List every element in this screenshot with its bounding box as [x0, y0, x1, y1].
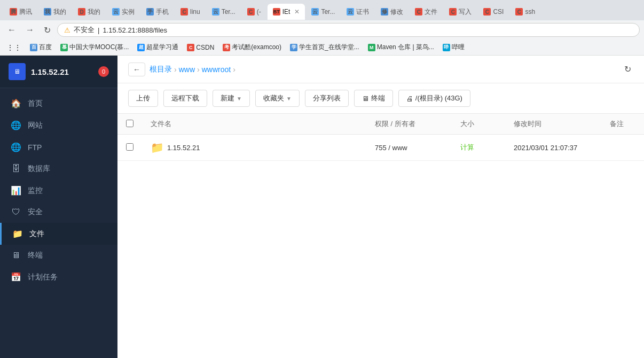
tab-label-16: ssh	[525, 8, 535, 15]
remote-download-button[interactable]: 远程下载	[163, 90, 207, 107]
row-size-cell: 计算	[452, 135, 505, 161]
favorites-button[interactable]: 收藏夹 ▼	[255, 90, 300, 107]
bookmark-mooc[interactable]: 慕 中国大学MOOC(慕...	[58, 42, 131, 53]
bookmark-csdn-label: CSDN	[196, 44, 214, 51]
breadcrumb-root[interactable]: 根目录	[150, 65, 172, 74]
monitor-icon: 📊	[11, 185, 21, 196]
bookmark-mooc-label: 中国大学MOOC(慕...	[69, 43, 129, 52]
website-icon: 🌐	[11, 120, 21, 130]
table-row[interactable]: 📁 1.15.52.21 755 / www 计算 2021/03/01 21:…	[117, 135, 644, 161]
tab-11[interactable]: 云 证书	[341, 4, 374, 20]
sidebar-item-website[interactable]: 🌐 网站	[0, 114, 117, 136]
sidebar-item-home-label: 首页	[28, 99, 43, 108]
row-checkbox[interactable]	[126, 143, 133, 151]
file-table: 文件名 权限 / 所有者 大小 修改时间 备注	[117, 114, 644, 161]
schedule-icon: 📅	[11, 272, 21, 282]
tab-favicon-7: 云	[212, 8, 219, 15]
tab-label-10: Ter...	[321, 8, 335, 15]
terminal-btn-label: 终端	[371, 94, 385, 103]
apps-icon: ⋮⋮	[6, 43, 21, 52]
tab-label-7: Ter...	[222, 8, 235, 15]
bookmark-chaoxing[interactable]: 超 超星学习通	[135, 42, 180, 53]
tab-15[interactable]: C CSI	[478, 4, 509, 20]
table-header-permissions: 权限 / 所有者	[366, 114, 452, 135]
address-bar[interactable]: ⚠ 不安全 | 1.15.52.21:8888/files	[57, 23, 640, 37]
sidebar-item-database-label: 数据库	[28, 164, 50, 174]
toolbar: 上传 远程下载 新建 ▼ 收藏夹 ▼ 分享列表 🖥 终端 🖨 /(根	[117, 83, 644, 114]
bookmark-maven[interactable]: M Maven 仓库 | 菜鸟...	[366, 42, 436, 53]
row-note-cell	[601, 135, 644, 161]
sidebar-item-database[interactable]: 🗄 数据库	[0, 158, 117, 180]
sidebar-item-terminal[interactable]: 🖥 终端	[0, 245, 117, 266]
sidebar-item-home[interactable]: 🏠 首页	[0, 92, 117, 114]
tab-bar: 腾 腾讯 我 我的 D 我的 云 实例 手 手机 C linu 云 Ter...…	[0, 0, 644, 20]
breadcrumb-wwwroot[interactable]: wwwroot	[202, 65, 231, 74]
sidebar-item-monitor[interactable]: 📊 监控	[0, 180, 117, 201]
files-icon: 📁	[12, 229, 23, 239]
select-all-checkbox[interactable]	[126, 120, 133, 127]
refresh-button[interactable]: ↻	[622, 62, 633, 76]
tab-14[interactable]: C 写入	[444, 4, 477, 20]
nav-menu: 🏠 首页 🌐 网站 🌐 FTP 🗄 数据库 📊 监控 🛡 安全	[0, 88, 117, 358]
tab-favicon-4: 云	[112, 8, 120, 15]
favorites-label: 收藏夹	[263, 94, 284, 103]
security-warning-text: 不安全	[74, 25, 95, 35]
tab-7[interactable]: 云 Ter...	[207, 4, 241, 20]
tab-label-1: 腾讯	[19, 7, 32, 17]
tab-3[interactable]: D 我的	[73, 4, 106, 20]
bookmark-apps[interactable]: ⋮⋮	[4, 42, 23, 53]
row-size[interactable]: 计算	[460, 143, 474, 151]
sidebar-item-files[interactable]: 📁 文件	[0, 223, 117, 245]
sidebar-item-security[interactable]: 🛡 安全	[0, 201, 117, 223]
disk-label: /(根目录) (43G)	[415, 94, 462, 103]
terminal-button[interactable]: 🖥 终端	[354, 90, 393, 107]
tab-2[interactable]: 我 我的	[38, 4, 72, 20]
bookmark-csdn[interactable]: C CSDN	[185, 43, 216, 52]
tab-favicon-3: D	[78, 8, 85, 15]
tab-6[interactable]: C linu	[175, 4, 206, 20]
tab-label-4: 实例	[122, 7, 135, 17]
bookmark-baidu[interactable]: 百 百度	[28, 42, 54, 53]
file-name[interactable]: 1.15.52.21	[167, 144, 200, 152]
tab-12[interactable]: 修 修改	[375, 4, 409, 20]
table-header-filename: 文件名	[142, 114, 366, 135]
bookmark-examcoo[interactable]: 考 考试酷(examcoo)	[221, 42, 284, 53]
chevron-down-icon-2: ▼	[286, 96, 292, 102]
breadcrumb-sep-3: ›	[233, 65, 235, 74]
disk-button[interactable]: 🖨 /(根目录) (43G)	[398, 90, 470, 107]
tab-10[interactable]: 云 Ter...	[306, 4, 340, 20]
bookmark-bilibili[interactable]: 哔 哔哩	[441, 42, 467, 53]
back-button[interactable]: ←	[4, 24, 19, 36]
tab-5[interactable]: 手 手机	[141, 4, 174, 20]
sidebar-item-schedule[interactable]: 📅 计划任务	[0, 266, 117, 288]
breadcrumb-sep-1: ›	[174, 65, 177, 74]
content-area: ← 根目录 › www › wwwroot › ↻ 上传 远程下载 新建 ▼	[117, 56, 644, 358]
tab-8[interactable]: C (-	[242, 4, 266, 20]
bookmark-student[interactable]: 学 学生首页_在线学堂...	[288, 42, 362, 53]
forward-button[interactable]: →	[22, 24, 37, 36]
examcoo-icon: 考	[223, 44, 230, 51]
tab-16[interactable]: C ssh	[510, 4, 540, 20]
upload-label: 上传	[136, 94, 150, 103]
close-icon[interactable]: ✕	[294, 8, 300, 15]
upload-button[interactable]: 上传	[128, 90, 158, 107]
reload-button[interactable]: ↻	[41, 24, 54, 36]
tab-active[interactable]: BT IEt ✕	[268, 4, 305, 20]
breadcrumb-back-button[interactable]: ←	[128, 63, 145, 76]
breadcrumb-www[interactable]: www	[179, 65, 195, 74]
tab-4[interactable]: 云 实例	[107, 4, 140, 20]
address-bar-row: ← → ↻ ⚠ 不安全 | 1.15.52.21:8888/files	[0, 20, 644, 40]
tab-favicon-15: C	[483, 8, 491, 15]
tab-13[interactable]: C 文件	[410, 4, 443, 20]
shield-icon: 🛡	[11, 207, 21, 217]
bookmark-baidu-label: 百度	[39, 43, 52, 52]
sidebar-item-ftp[interactable]: 🌐 FTP	[0, 136, 117, 158]
row-permissions: 755 / www	[375, 144, 407, 152]
remote-download-label: 远程下载	[171, 94, 199, 103]
bookmark-bilibili-label: 哔哩	[452, 43, 465, 52]
new-button[interactable]: 新建 ▼	[213, 90, 250, 107]
bookmark-maven-label: Maven 仓库 | 菜鸟...	[377, 43, 434, 52]
row-permissions-cell: 755 / www	[366, 135, 452, 161]
share-list-button[interactable]: 分享列表	[305, 90, 349, 107]
tab-1[interactable]: 腾 腾讯	[4, 4, 37, 20]
